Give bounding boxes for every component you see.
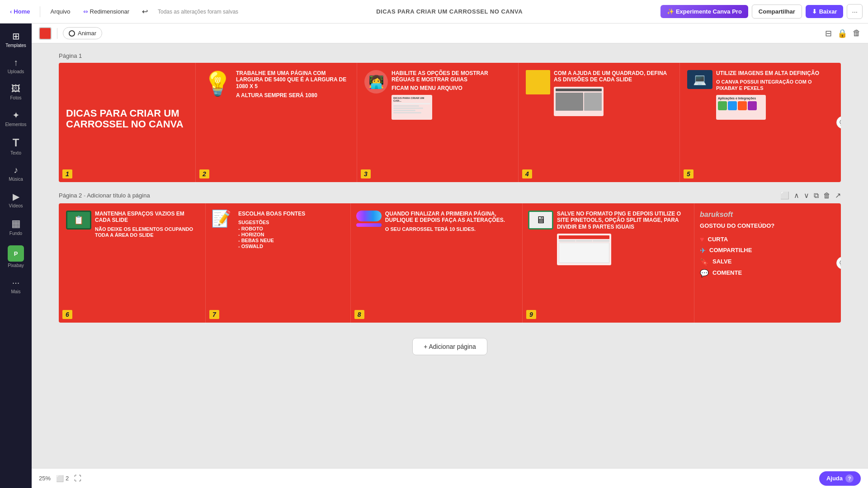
social-compartilhe: ✈ COMPARTILHE	[700, 246, 834, 255]
redimensionar-button[interactable]: ⇔ Redimensionar	[79, 5, 134, 18]
help-button[interactable]: Ajuda ?	[819, 471, 861, 486]
baruksoft-logo: baruksoft	[700, 211, 834, 219]
slide2-number6: 6	[62, 310, 72, 319]
pixabay-logo: P	[8, 245, 24, 262]
page-number: 2	[66, 475, 69, 482]
canva-pro-button[interactable]: ✨ Experimente Canva Pro	[660, 5, 748, 18]
slide1-section5-title: UTILIZE IMAGENS EM ALTA DEFINIÇÃO	[716, 70, 834, 76]
animate-circle-icon	[69, 30, 75, 37]
slide1-section2: 💡 TRABALHE EM UMA PÁGINA COM LARGURA DE …	[196, 63, 357, 182]
slide-1[interactable]: DICAS PARA CRIAR UM CARROSSEL NO CANVA 1…	[59, 63, 841, 182]
page-2-actions: ⬜ ∧ ∨ ⧉ 🗑 ↗	[780, 191, 841, 200]
slide1-section4: COM A AJUDA DE UM QUADRADO, DEFINA AS DI…	[519, 63, 680, 182]
slide1-section2-subtitle: A ALTURA SEMPRE SERÁ 1080	[236, 92, 349, 99]
slide1-number5: 5	[684, 169, 693, 178]
sidebar-item-texto[interactable]: T Texto	[2, 133, 29, 160]
slide1-section5-text: UTILIZE IMAGENS EM ALTA DEFINIÇÃO O CANV…	[716, 70, 834, 120]
slide1-section5: 💻 UTILIZE IMAGENS EM ALTA DEFINIÇÃO O CA…	[680, 63, 841, 182]
nav-divider	[40, 6, 40, 17]
slide2-number9: 9	[526, 310, 536, 319]
sidebar-item-uploads[interactable]: ↑ Uploads	[2, 54, 29, 78]
sidebar-item-fundo[interactable]: ▦ Fundo	[2, 214, 29, 240]
social-salve-label: SALVE	[712, 258, 731, 265]
page-frame-icon[interactable]: ⬜	[780, 191, 789, 200]
slide2-section8-subtitle: O SEU CARROSSEL TERÁ 10 SLIDES.	[385, 226, 517, 232]
screenshot2	[554, 87, 604, 116]
share-button[interactable]: Compartilhar	[752, 5, 802, 19]
page-copy-icon[interactable]: ⧉	[814, 192, 819, 200]
home-button[interactable]: ‹ Home	[5, 5, 34, 18]
laptop-icon: 💻	[687, 70, 712, 89]
bottom-statusbar: 25% ⬜ 2 ⛶ Ajuda ?	[32, 468, 868, 488]
sidebar-item-musica[interactable]: ♪ Música	[2, 161, 29, 186]
page-delete-icon[interactable]: 🗑	[823, 192, 830, 200]
sidebar-item-pixabay[interactable]: P Pixabay	[2, 242, 29, 272]
slide1-section4-text: COM A AJUDA DE UM QUADRADO, DEFINA AS DI…	[554, 70, 672, 116]
slide2-number7: 7	[209, 310, 219, 319]
toolbar-divider	[57, 28, 57, 39]
undo-button[interactable]: ↩	[137, 5, 152, 19]
slide1-section3-title: HABILITE AS OPÇÕES DE MOSTRAR RÉGUAS E M…	[392, 70, 511, 83]
toolbar-right-icons: ⊟ 🔒 🗑	[825, 28, 861, 38]
save-status: Todas as alterações foram salvas	[158, 9, 238, 15]
notes-icon: 📝	[211, 211, 235, 234]
fundo-icon: ▦	[11, 218, 21, 230]
slide2-section8: QUANDO FINALIZAR A PRIMEIRA PÁGINA, DUPL…	[351, 203, 523, 323]
sidebar: ⊞ Templates ↑ Uploads 🖼 Fotos ✦ Elemento…	[0, 23, 32, 488]
arquivo-button[interactable]: Arquivo	[46, 5, 75, 18]
page-export-icon[interactable]: ↗	[835, 191, 841, 200]
slide1-main-title: DICAS PARA CRIAR UM CARROSSEL NO CANVA	[66, 108, 188, 130]
person-icon-container: 👩‍💻	[364, 70, 388, 94]
expand-icon[interactable]: ⛶	[74, 474, 81, 483]
animate-button[interactable]: Animar	[63, 27, 102, 39]
page-indicator: ⬜ 2	[56, 475, 69, 482]
slide2-ask: GOSTOU DO CONTEÚDO?	[700, 222, 834, 230]
canvas-area: Animar ⊟ 🔒 🗑 Página 1 DICAS PARA CRIAR U…	[32, 23, 868, 488]
sidebar-item-mais[interactable]: ··· Mais	[2, 274, 29, 298]
slide2-section8-text: QUANDO FINALIZAR A PRIMEIRA PÁGINA, DUPL…	[385, 211, 517, 232]
slide1-number3: 3	[361, 169, 371, 178]
page-2-label: Página 2 - Adicionar título à página	[59, 192, 150, 199]
slide1-section3: 👩‍💻 HABILITE AS OPÇÕES DE MOSTRAR RÉGUAS…	[357, 63, 519, 182]
page-icon: ⬜	[56, 475, 64, 482]
trash-icon[interactable]: 🗑	[853, 28, 861, 38]
grid-settings-icon[interactable]: ⊟	[825, 28, 832, 38]
help-question-icon: ?	[845, 474, 854, 483]
screenshot1: DICAS PARA CRIAR UM CAR...	[392, 95, 432, 120]
lock-icon[interactable]: 🔒	[837, 28, 847, 38]
bookmark-icon: 🔖	[700, 258, 709, 266]
social-salve: 🔖 SALVE	[700, 258, 834, 266]
slide2-section9-text: SALVE NO FORMATO PNG E DEPOIS UTILIZE O …	[557, 211, 689, 265]
sidebar-item-elementos[interactable]: ✦ Elementos	[2, 106, 29, 131]
undo-icon: ↩	[142, 7, 148, 16]
heart-icon: ♥	[700, 235, 704, 244]
mais-icon: ···	[12, 277, 20, 288]
slide1-section2-title: TRABALHE EM UMA PÁGINA COM LARGURA DE 54…	[236, 70, 349, 89]
social-comente: 💬 COMENTE	[700, 269, 834, 277]
sidebar-item-videos[interactable]: ▶ Vídeos	[2, 188, 29, 212]
slide2-section6-title: MANTENHA ESPAÇOS VAZIOS EM CADA SLIDE	[95, 211, 200, 224]
social-compartilhe-label: COMPARTILHE	[709, 247, 752, 254]
page-1-label: Página 1	[59, 52, 841, 59]
slide1-section3-subtitle: FICAM NO MENU ARQUIVO	[392, 85, 511, 91]
topnav-right-actions: ✨ Experimente Canva Pro Compartilhar ⬇ B…	[660, 4, 863, 19]
slide2-section6-text: MANTENHA ESPAÇOS VAZIOS EM CADA SLIDE NÃ…	[95, 211, 200, 238]
color-swatch[interactable]	[39, 27, 52, 40]
page-down-icon[interactable]: ∨	[804, 191, 809, 200]
sidebar-item-fotos[interactable]: 🖼 Fotos	[2, 80, 29, 104]
slide-2[interactable]: 📋 MANTENHA ESPAÇOS VAZIOS EM CADA SLIDE …	[59, 203, 841, 323]
bulb-icon-container: 💡	[203, 70, 232, 95]
canvas-content: Página 1 DICAS PARA CRIAR UM CARROSSEL N…	[32, 43, 868, 468]
share-arrow-icon: ✈	[700, 246, 706, 255]
doc-title: DICAS PARA CRIAR UM CARROSSEL NO CANVA	[376, 8, 523, 15]
green-board-icon: 📋	[66, 211, 91, 230]
slide2-section8-title: QUANDO FINALIZAR A PRIMEIRA PÁGINA, DUPL…	[385, 211, 517, 224]
more-options-button[interactable]: ···	[847, 4, 863, 19]
sidebar-item-templates[interactable]: ⊞ Templates	[2, 27, 29, 52]
download-button[interactable]: ⬇ Baixar	[806, 5, 844, 18]
doc-title-area: DICAS PARA CRIAR UM CARROSSEL NO CANVA	[242, 8, 657, 15]
slide2-section7-subtitle: SUGESTÕES - ROBOTO - HORIZON - BEBAS NEU…	[238, 220, 305, 249]
add-page-button[interactable]: + Adicionar página	[412, 338, 487, 355]
page-up-icon[interactable]: ∧	[794, 191, 799, 200]
slide1-number2: 2	[199, 169, 209, 178]
